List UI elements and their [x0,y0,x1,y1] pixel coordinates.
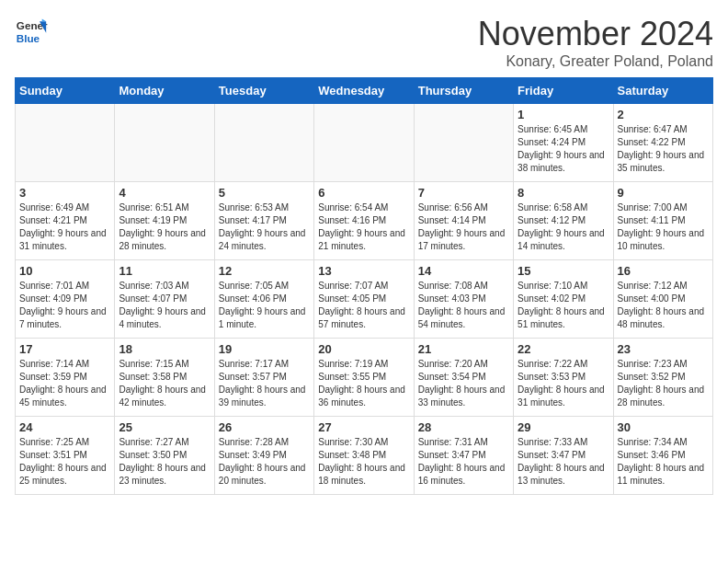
page-header: General Blue November 2024 Konary, Great… [15,15,713,70]
calendar-cell: 1Sunrise: 6:45 AM Sunset: 4:24 PM Daylig… [514,104,613,182]
day-info: Sunrise: 6:47 AM Sunset: 4:22 PM Dayligh… [618,123,709,175]
calendar-cell: 29Sunrise: 7:33 AM Sunset: 3:47 PM Dayli… [514,417,613,495]
calendar-cell: 15Sunrise: 7:10 AM Sunset: 4:02 PM Dayli… [514,260,613,339]
day-number: 8 [518,186,609,200]
calendar-cell: 2Sunrise: 6:47 AM Sunset: 4:22 PM Daylig… [613,104,712,182]
day-number: 28 [418,420,509,434]
calendar-week-row: 1Sunrise: 6:45 AM Sunset: 4:24 PM Daylig… [16,104,713,182]
day-number: 5 [219,186,310,200]
weekday-header: Friday [514,78,613,104]
day-number: 18 [119,342,210,356]
calendar-cell: 16Sunrise: 7:12 AM Sunset: 4:00 PM Dayli… [613,260,712,339]
day-number: 11 [119,264,210,278]
day-number: 16 [618,264,709,278]
calendar-cell: 25Sunrise: 7:27 AM Sunset: 3:50 PM Dayli… [115,417,214,495]
calendar-cell: 30Sunrise: 7:34 AM Sunset: 3:46 PM Dayli… [613,417,712,495]
day-number: 22 [518,342,609,356]
calendar-week-row: 10Sunrise: 7:01 AM Sunset: 4:09 PM Dayli… [16,260,713,339]
day-info: Sunrise: 7:30 AM Sunset: 3:48 PM Dayligh… [318,436,409,488]
calendar-cell: 22Sunrise: 7:22 AM Sunset: 3:53 PM Dayli… [514,339,613,417]
calendar-cell: 21Sunrise: 7:20 AM Sunset: 3:54 PM Dayli… [414,339,513,417]
calendar-cell [115,104,214,182]
day-info: Sunrise: 7:23 AM Sunset: 3:52 PM Dayligh… [618,358,709,409]
day-info: Sunrise: 7:31 AM Sunset: 3:47 PM Dayligh… [418,436,509,488]
calendar-cell: 26Sunrise: 7:28 AM Sunset: 3:49 PM Dayli… [214,417,313,495]
month-title: November 2024 [478,15,713,53]
day-info: Sunrise: 7:03 AM Sunset: 4:07 PM Dayligh… [119,280,210,331]
weekday-header: Thursday [414,78,513,104]
calendar-cell [16,104,115,182]
day-number: 4 [119,186,210,200]
logo-icon: General Blue [15,15,48,48]
day-info: Sunrise: 7:25 AM Sunset: 3:51 PM Dayligh… [19,436,110,488]
day-info: Sunrise: 7:12 AM Sunset: 4:00 PM Dayligh… [618,280,709,331]
calendar-cell: 17Sunrise: 7:14 AM Sunset: 3:59 PM Dayli… [16,339,115,417]
day-number: 12 [219,264,310,278]
calendar-week-row: 24Sunrise: 7:25 AM Sunset: 3:51 PM Dayli… [16,417,713,495]
day-number: 27 [318,420,409,434]
calendar-cell: 11Sunrise: 7:03 AM Sunset: 4:07 PM Dayli… [115,260,214,339]
day-info: Sunrise: 7:27 AM Sunset: 3:50 PM Dayligh… [119,436,210,488]
day-number: 17 [19,342,110,356]
day-info: Sunrise: 7:19 AM Sunset: 3:55 PM Dayligh… [318,358,409,409]
day-number: 3 [19,186,110,200]
day-info: Sunrise: 7:34 AM Sunset: 3:46 PM Dayligh… [618,436,709,488]
day-info: Sunrise: 6:54 AM Sunset: 4:16 PM Dayligh… [318,201,409,253]
calendar-cell: 3Sunrise: 6:49 AM Sunset: 4:21 PM Daylig… [16,182,115,260]
calendar: SundayMondayTuesdayWednesdayThursdayFrid… [15,77,713,495]
calendar-cell: 4Sunrise: 6:51 AM Sunset: 4:19 PM Daylig… [115,182,214,260]
calendar-cell: 13Sunrise: 7:07 AM Sunset: 4:05 PM Dayli… [314,260,414,339]
day-info: Sunrise: 6:53 AM Sunset: 4:17 PM Dayligh… [219,201,310,253]
calendar-cell: 6Sunrise: 6:54 AM Sunset: 4:16 PM Daylig… [314,182,414,260]
calendar-cell: 27Sunrise: 7:30 AM Sunset: 3:48 PM Dayli… [314,417,414,495]
calendar-cell: 12Sunrise: 7:05 AM Sunset: 4:06 PM Dayli… [214,260,313,339]
location: Konary, Greater Poland, Poland [478,53,713,70]
day-number: 25 [119,420,210,434]
weekday-header: Sunday [16,78,115,104]
day-number: 10 [19,264,110,278]
day-info: Sunrise: 7:01 AM Sunset: 4:09 PM Dayligh… [19,280,110,331]
day-info: Sunrise: 6:45 AM Sunset: 4:24 PM Dayligh… [518,123,609,175]
day-info: Sunrise: 7:20 AM Sunset: 3:54 PM Dayligh… [418,358,509,409]
calendar-cell: 14Sunrise: 7:08 AM Sunset: 4:03 PM Dayli… [414,260,513,339]
weekday-header: Saturday [613,78,712,104]
day-info: Sunrise: 7:15 AM Sunset: 3:58 PM Dayligh… [119,358,210,409]
day-number: 1 [518,108,609,121]
day-number: 14 [418,264,509,278]
day-number: 7 [418,186,509,200]
calendar-cell: 23Sunrise: 7:23 AM Sunset: 3:52 PM Dayli… [613,339,712,417]
calendar-cell: 20Sunrise: 7:19 AM Sunset: 3:55 PM Dayli… [314,339,414,417]
day-number: 30 [618,420,709,434]
day-number: 13 [318,264,409,278]
day-number: 6 [318,186,409,200]
day-info: Sunrise: 6:49 AM Sunset: 4:21 PM Dayligh… [19,201,110,253]
weekday-header: Monday [115,78,214,104]
day-info: Sunrise: 7:33 AM Sunset: 3:47 PM Dayligh… [518,436,609,488]
day-info: Sunrise: 7:05 AM Sunset: 4:06 PM Dayligh… [219,280,310,331]
day-info: Sunrise: 7:28 AM Sunset: 3:49 PM Dayligh… [219,436,310,488]
day-number: 26 [219,420,310,434]
logo: General Blue [15,15,48,48]
calendar-cell: 28Sunrise: 7:31 AM Sunset: 3:47 PM Dayli… [414,417,513,495]
calendar-week-row: 17Sunrise: 7:14 AM Sunset: 3:59 PM Dayli… [16,339,713,417]
day-number: 29 [518,420,609,434]
calendar-cell: 7Sunrise: 6:56 AM Sunset: 4:14 PM Daylig… [414,182,513,260]
calendar-cell [214,104,313,182]
day-info: Sunrise: 7:14 AM Sunset: 3:59 PM Dayligh… [19,358,110,409]
calendar-cell: 5Sunrise: 6:53 AM Sunset: 4:17 PM Daylig… [214,182,313,260]
day-number: 2 [618,108,709,121]
weekday-header-row: SundayMondayTuesdayWednesdayThursdayFrid… [16,78,713,104]
day-number: 19 [219,342,310,356]
svg-text:Blue: Blue [17,32,40,44]
day-number: 23 [618,342,709,356]
title-block: November 2024 Konary, Greater Poland, Po… [478,15,713,70]
day-number: 15 [518,264,609,278]
day-info: Sunrise: 7:10 AM Sunset: 4:02 PM Dayligh… [518,280,609,331]
calendar-cell: 10Sunrise: 7:01 AM Sunset: 4:09 PM Dayli… [16,260,115,339]
calendar-week-row: 3Sunrise: 6:49 AM Sunset: 4:21 PM Daylig… [16,182,713,260]
day-info: Sunrise: 7:17 AM Sunset: 3:57 PM Dayligh… [219,358,310,409]
calendar-cell: 18Sunrise: 7:15 AM Sunset: 3:58 PM Dayli… [115,339,214,417]
calendar-cell [414,104,513,182]
weekday-header: Tuesday [214,78,313,104]
day-info: Sunrise: 6:58 AM Sunset: 4:12 PM Dayligh… [518,201,609,253]
